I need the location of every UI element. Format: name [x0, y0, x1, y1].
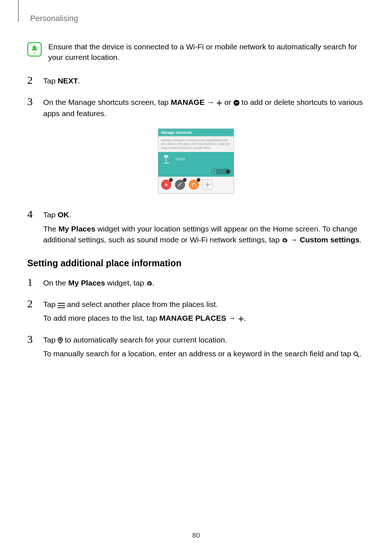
text: Tap [43, 300, 58, 308]
manage-label: MANAGE [171, 98, 204, 106]
text: . [69, 210, 71, 219]
text: On the Manage shortcuts screen, tap [43, 98, 171, 106]
step-3: 3 On the Manage shortcuts screen, tap MA… [27, 96, 365, 119]
step-b2-line1: Tap and select another place from the pl… [43, 299, 365, 310]
step-body: Tap and select another place from the pl… [43, 298, 365, 324]
arrow: → [226, 314, 238, 322]
step-number: 2 [27, 298, 38, 309]
shortcut-cell: – [161, 180, 171, 190]
plus-icon [216, 100, 222, 106]
svg-rect-6 [58, 307, 65, 308]
screenshot-home-panel: Home – [158, 152, 234, 177]
note-text-mid: Wi-Fi [186, 42, 204, 51]
step-b3-line1: Tap to automatically search for your cur… [43, 335, 365, 345]
text: Tap [43, 336, 58, 344]
step-body: Tap NEXT. [43, 74, 365, 86]
minus-circle-icon [233, 100, 240, 106]
step-2: 2 Tap NEXT. [27, 74, 365, 86]
svg-rect-5 [58, 305, 65, 306]
screenshot-header: Manage shortcuts [158, 129, 234, 136]
text: . [359, 235, 362, 244]
text: network settings, tap [208, 235, 282, 244]
minus-icon: – [226, 170, 230, 173]
custom-settings-label: Custom settings [300, 235, 360, 244]
screenshot-illustration: Manage shortcuts Manage shortcuts to fun… [27, 128, 365, 194]
step-body: Tap OK. The My Places widget with your l… [43, 208, 365, 245]
steps-group-b: 1 On the My Places widget, tap . 2 Tap a… [27, 276, 365, 360]
svg-point-7 [60, 339, 61, 340]
screenshot-alarm-pill: – [211, 169, 231, 175]
svg-point-3 [166, 184, 167, 185]
step-number: 1 [27, 276, 38, 288]
my-places-label: My Places [58, 225, 95, 233]
svg-rect-1 [235, 103, 238, 103]
ok-label: OK [58, 210, 69, 219]
step-b3-line2: To manually search for a location, enter… [43, 348, 365, 359]
manage-places-label: MANAGE PLACES [159, 314, 226, 322]
text: and select another place from the places… [65, 300, 218, 308]
location-pin-icon [58, 337, 63, 344]
text: widget, tap [105, 279, 146, 287]
svg-line-9 [357, 355, 359, 357]
manage-shortcuts-screenshot: Manage shortcuts Manage shortcuts to fun… [158, 128, 234, 194]
arrow: → [288, 235, 300, 244]
note-callout: Ensure that the device is connected to a… [27, 41, 365, 63]
menu-icon [58, 303, 65, 308]
arrow: → [205, 98, 217, 106]
subheading: Setting additional place information [27, 258, 365, 268]
text: . [359, 349, 362, 358]
steps-group-a: 2 Tap NEXT. 3 On the Manage shortcuts sc… [27, 74, 365, 246]
search-icon [353, 351, 359, 357]
header-rule [18, 0, 19, 22]
step-number: 4 [27, 208, 38, 220]
page-number: 80 [0, 532, 392, 539]
text: On the [43, 279, 68, 287]
text: . [152, 279, 155, 287]
text: . [78, 77, 80, 85]
text: or [222, 98, 233, 106]
my-places-label: My Places [68, 279, 105, 287]
step-body: Tap to automatically search for your cur… [43, 333, 365, 360]
text: The [43, 225, 58, 233]
gear-icon [146, 280, 152, 287]
svg-point-8 [354, 352, 358, 356]
text: . [244, 314, 246, 322]
svg-rect-4 [58, 303, 65, 304]
wifi-label: Wi-Fi [190, 235, 208, 244]
text: to automatically search for your current… [63, 336, 227, 344]
next-label: NEXT [58, 77, 78, 85]
screenshot-description: Manage shortcuts to functions and applic… [158, 136, 234, 152]
lamp-icon [162, 154, 172, 164]
gear-icon [282, 237, 288, 243]
section-title: Personalising [30, 14, 365, 23]
text: To manually search for a location, enter… [43, 349, 353, 358]
step-body: On the Manage shortcuts screen, tap MANA… [43, 96, 365, 119]
step-number: 2 [27, 74, 38, 86]
step4-para: The My Places widget with your location … [43, 223, 365, 246]
step-number: 3 [27, 333, 38, 345]
plus-icon [238, 316, 244, 322]
step-b2: 2 Tap and select another place from the … [27, 298, 365, 324]
text: Tap [43, 210, 58, 219]
step-b2-line2: To add more places to the list, tap MANA… [43, 313, 365, 324]
add-shortcut-cell [203, 180, 213, 190]
text: To add more places to the list, tap [43, 314, 159, 322]
shortcut-cell: – [175, 180, 185, 190]
step-b1: 1 On the My Places widget, tap . [27, 276, 365, 288]
screenshot-home-label: Home [176, 157, 185, 161]
document-page: Personalising Ensure that the device is … [0, 0, 392, 554]
step-body: On the My Places widget, tap . [43, 276, 365, 288]
note-text-pre: Ensure that the device is connected to a [48, 42, 186, 51]
bell-icon [27, 42, 42, 57]
screenshot-shortcut-row: – – – [158, 177, 234, 193]
note-text: Ensure that the device is connected to a… [48, 41, 365, 63]
text: Tap [43, 77, 58, 85]
step-b3: 3 Tap to automatically search for your c… [27, 333, 365, 360]
step4-line1: Tap OK. [43, 209, 365, 220]
shortcut-cell: – [189, 180, 199, 190]
alarm-icon [212, 170, 216, 173]
step-4: 4 Tap OK. The My Places widget with your… [27, 208, 365, 245]
step-number: 3 [27, 96, 38, 107]
